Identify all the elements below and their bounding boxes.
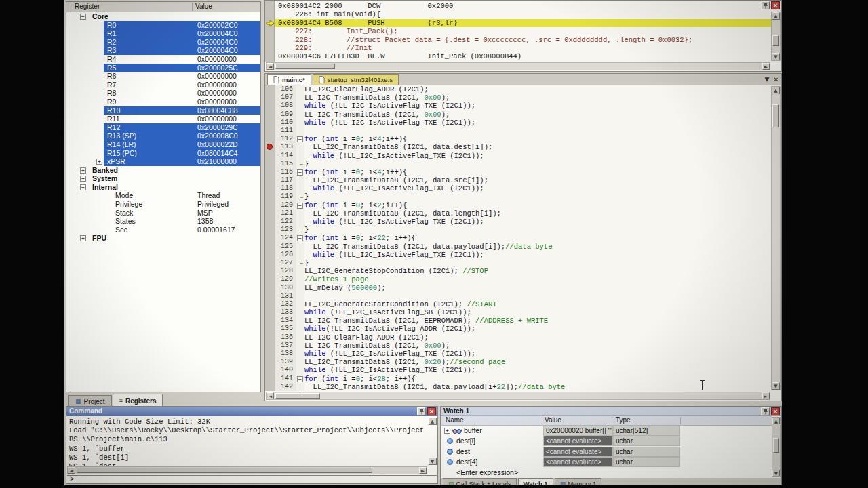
expander-icon[interactable]: + — [80, 176, 86, 182]
code-line-127[interactable]: 127} — [265, 259, 771, 267]
code-line-132[interactable]: 132LL_I2C_GenerateStartCondition (I2C1);… — [265, 300, 771, 308]
register-row-r9[interactable]: R90x00000000 — [66, 98, 260, 106]
close-document-icon[interactable]: × — [773, 75, 778, 83]
register-row-internal[interactable]: −Internal — [66, 183, 260, 192]
breakpoint-gutter[interactable] — [265, 184, 275, 192]
code-line-126[interactable]: 126 while (!LL_I2C_IsActiveFlag_TXE (I2C… — [265, 251, 771, 259]
code-line-128[interactable]: 128LL_I2C_GenerateStopCondition (I2C1); … — [265, 267, 771, 275]
register-row-r11[interactable]: R110x00000000 — [66, 115, 260, 123]
watch-row-dest-i[interactable]: dest[i]<cannot evaluate>uchar — [441, 436, 772, 446]
code-line-111[interactable]: 111 — [265, 127, 771, 135]
scroll-left-icon[interactable]: ◄ — [267, 392, 274, 399]
code-line-133[interactable]: 133while (!LL_I2C_IsActiveFlag_SB (I2C1)… — [265, 308, 771, 317]
expander-icon[interactable]: + — [80, 167, 86, 174]
pin-icon[interactable] — [761, 407, 770, 415]
watch-row-dest[interactable]: dest<cannot evaluate>uchar — [441, 447, 772, 457]
tab-memory-1[interactable]: ▦ Memory 1 — [555, 478, 602, 485]
code-line-115[interactable]: 115} — [265, 160, 771, 168]
breakpoint-gutter[interactable] — [265, 366, 275, 374]
code-line-125[interactable]: 125 LL_I2C_TransmitData8 (I2C1, data.pay… — [265, 243, 771, 251]
register-row-r14-lr[interactable]: R14 (LR)0x0800022D — [66, 140, 260, 149]
breakpoint-gutter[interactable] — [265, 218, 275, 226]
register-row-r0[interactable]: R00x200002C0 — [66, 21, 260, 30]
breakpoint-gutter[interactable] — [265, 259, 275, 267]
breakpoint-gutter[interactable] — [265, 325, 275, 333]
breakpoint-gutter[interactable] — [265, 342, 275, 350]
breakpoint-gutter[interactable] — [265, 317, 275, 325]
code-line-141[interactable]: 141−for (int i =0; i<28; i++){ — [265, 375, 771, 383]
code-line-106[interactable]: 106LL_I2C_ClearFlag_ADDR (I2C1); — [265, 85, 771, 94]
close-icon[interactable]: × — [427, 407, 436, 415]
disassembly-vscrollbar[interactable]: ▲ ▼ — [771, 12, 781, 61]
breakpoint-gutter[interactable] — [265, 243, 275, 251]
breakpoint-gutter[interactable] — [265, 333, 275, 342]
code-line-108[interactable]: 108while (!LL_I2C_IsActiveFlag_TXE (I2C1… — [265, 102, 771, 110]
pin-icon[interactable] — [417, 407, 426, 415]
breakpoint-gutter[interactable] — [265, 176, 275, 184]
code-line-122[interactable]: 122 while (!LL_I2C_IsActiveFlag_TXE (I2C… — [265, 218, 771, 226]
code-line-110[interactable]: 110while (!LL_I2C_IsActiveFlag_TXE (I2C1… — [265, 119, 771, 127]
scroll-left-icon[interactable]: ◄ — [267, 63, 274, 70]
editor-hscrollbar[interactable]: ◄ ► — [266, 392, 770, 400]
watch-value-cell[interactable]: <cannot evaluate> — [543, 447, 613, 457]
watch-titlebar[interactable]: Watch 1 × — [441, 407, 781, 416]
breakpoint-gutter[interactable] — [265, 160, 275, 168]
fold-column[interactable]: − — [296, 234, 304, 242]
disassembly-line[interactable]: 228: //struct Packet data = {.dest = 0xc… — [265, 36, 771, 44]
code-line-137[interactable]: 137LL_I2C_TransmitData8 (I2C1, 0x00); — [265, 342, 771, 350]
disassembly-line[interactable]: 0x080014C2 2000 DCW 0x2000 — [265, 2, 771, 10]
breakpoint-gutter[interactable] — [265, 234, 275, 242]
close-icon[interactable]: × — [771, 1, 780, 9]
close-icon[interactable]: × — [771, 407, 780, 415]
scroll-right-icon[interactable]: ► — [419, 467, 427, 474]
register-row-r8[interactable]: R80x00000000 — [66, 89, 260, 98]
disassembly-line[interactable]: 226: int main(void){ — [265, 10, 771, 18]
breakpoint-gutter[interactable] — [265, 284, 275, 292]
breakpoint-gutter[interactable] — [265, 152, 275, 160]
code-line-124[interactable]: 124−for (int i =0; i<22; i++){ — [265, 234, 771, 242]
tab-watch-1[interactable]: Watch 1 — [518, 478, 553, 485]
breakpoint-gutter[interactable] — [265, 375, 275, 383]
register-row-r12[interactable]: R120x2000029C — [66, 123, 260, 132]
register-row-r3[interactable]: R30x200004C0 — [66, 46, 260, 55]
breakpoint-gutter[interactable] — [265, 94, 275, 102]
breakpoint-gutter[interactable] — [265, 292, 275, 300]
breakpoint-gutter[interactable] — [265, 308, 275, 317]
disassembly-margin[interactable] — [265, 1, 275, 62]
fold-column[interactable]: − — [296, 201, 304, 209]
editor-vscrollbar[interactable]: ▲ ▼ — [771, 86, 781, 390]
code-line-118[interactable]: 118 while (!LL_I2C_IsActiveFlag_TXE (I2C… — [265, 184, 771, 192]
tab-startup-stm32f401xe-s[interactable]: startup_stm32f401xe.s — [313, 74, 399, 85]
register-row-r6[interactable]: R60x00000000 — [66, 72, 260, 81]
code-line-139[interactable]: 139LL_I2C_TransmitData8 (I2C1, 0x20);//s… — [265, 358, 771, 366]
watch-row-dest-4[interactable]: dest[4]<cannot evaluate>uchar — [441, 457, 772, 467]
register-row-r15-pc[interactable]: R15 (PC)0x080014C4 — [66, 149, 260, 158]
scroll-up-icon[interactable]: ▲ — [772, 418, 780, 424]
scroll-down-icon[interactable]: ▼ — [428, 458, 437, 465]
scroll-up-icon[interactable]: ▲ — [772, 12, 780, 20]
register-row-r1[interactable]: R10x200004C0 — [66, 29, 260, 38]
watch-value-cell[interactable]: 0x20000020 buffer[] "" — [543, 426, 613, 436]
expander-icon[interactable]: − — [80, 184, 86, 190]
scroll-down-icon[interactable]: ▼ — [772, 53, 780, 60]
fold-column[interactable]: − — [296, 375, 304, 383]
tab-list-dropdown-icon[interactable]: ▼ — [765, 75, 770, 83]
scroll-right-icon[interactable]: ► — [762, 63, 770, 70]
disassembly-line[interactable]: 0x080014C6 F7FFFB3D BL.W Init_Pack (0x08… — [265, 52, 771, 60]
code-line-120[interactable]: 120−for (int i =0; i<2;i++){ — [265, 201, 771, 209]
register-row-system[interactable]: +System — [66, 174, 260, 183]
breakpoint-gutter[interactable] — [265, 350, 275, 358]
column-divider[interactable] — [192, 3, 193, 11]
code-line-107[interactable]: 107LL_I2C_TransmitData8 (I2C1, 0x00); — [265, 94, 771, 102]
breakpoint-gutter[interactable] — [265, 119, 275, 127]
scroll-up-icon[interactable]: ▲ — [772, 87, 780, 94]
scroll-down-icon[interactable]: ▼ — [772, 382, 780, 390]
tab-registers[interactable]: ≡ Registers — [113, 394, 163, 407]
watch-row-enter-expression[interactable]: <Enter expression> — [441, 468, 772, 478]
code-line-140[interactable]: 140while (!LL_I2C_IsActiveFlag_TXE (I2C1… — [265, 366, 771, 374]
breakpoint-gutter[interactable] — [265, 383, 275, 391]
code-line-112[interactable]: 112−for (int i =0; i<4;i++){ — [265, 135, 771, 143]
breakpoint-gutter[interactable] — [265, 358, 275, 366]
disassembly-line[interactable]: 227: Init_Pack(); — [265, 27, 771, 35]
pin-icon[interactable] — [761, 1, 770, 9]
